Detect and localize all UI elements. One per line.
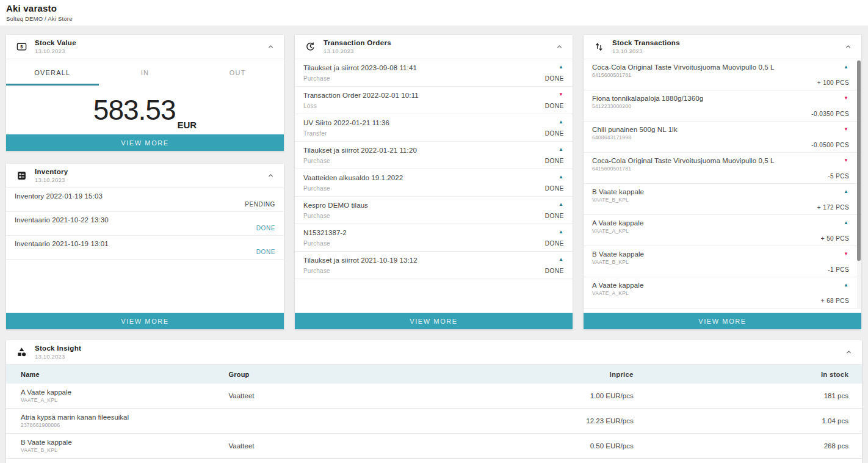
inventory-name: Inventory 2022-01-19 15:03 — [15, 192, 275, 200]
direction-triangle-icon — [844, 252, 848, 257]
column-header-inprice[interactable]: Inprice — [451, 371, 634, 378]
quantity-value: -5 PCS — [828, 173, 849, 180]
quantity-value: -1 PCS — [828, 266, 849, 273]
inprice-cell: 12.23 EUR/pcs — [451, 417, 634, 425]
product-code: 5412233000200 — [592, 103, 849, 109]
stock-value-currency: EUR — [178, 120, 197, 130]
page-title: Aki varasto — [6, 3, 868, 13]
direction-triangle-icon — [559, 92, 563, 97]
quantity-value: + 172 PCS — [817, 204, 849, 211]
inventory-name: Inventaario 2021-10-19 13:01 — [15, 240, 275, 247]
collapse-chevron-icon[interactable] — [844, 348, 853, 357]
transaction-order-row[interactable]: Kespro DEMO tilaus Purchase DONE — [295, 197, 573, 224]
inventory-list: Inventory 2022-01-19 15:03 PENDING Inven… — [6, 188, 284, 260]
collapse-chevron-icon[interactable] — [555, 42, 564, 51]
column-header-group[interactable]: Group — [229, 371, 452, 378]
stock-transaction-row[interactable]: Chili punainen 500g NL 1lk 6408643171998… — [584, 122, 861, 153]
column-header-name[interactable]: Name — [6, 371, 229, 378]
stock-transaction-row[interactable]: Coca-Cola Original Taste Virvoitusjuoma … — [584, 153, 861, 184]
column-header-in-stock[interactable]: In stock — [634, 371, 862, 378]
insight-table-row[interactable]: B Vaate kappale VAATE_B_KPL Vaatteet 0.5… — [6, 434, 862, 459]
transaction-order-row[interactable]: Vaatteiden alkusaldo 19.1.2022 Purchase … — [295, 169, 573, 197]
product-name: B Vaate kappale — [592, 250, 849, 258]
stock-transaction-row[interactable]: Fiona tonnikalapaloja 1880g/1360g 541223… — [584, 90, 861, 122]
order-type: Transfer — [303, 130, 327, 137]
transaction-order-row[interactable]: Tilaukset ja siirrot 2021-10-19 13:12 Pu… — [295, 252, 573, 279]
order-type: Purchase — [303, 268, 330, 274]
view-more-button[interactable]: VIEW MORE — [584, 313, 861, 329]
direction-triangle-icon — [844, 158, 848, 163]
status-badge: DONE — [545, 185, 564, 192]
collapse-chevron-icon[interactable] — [844, 42, 853, 51]
product-name: B Vaate kappale — [592, 188, 849, 195]
direction-triangle-icon — [559, 147, 563, 152]
breadcrumb[interactable]: Solteq DEMO / Aki Store — [6, 15, 868, 22]
status-badge: DONE — [545, 130, 564, 137]
insight-table-header: Name Group Inprice In stock — [6, 365, 862, 384]
tab-out[interactable]: OUT — [191, 59, 284, 86]
view-more-button[interactable]: VIEW MORE — [295, 313, 573, 329]
order-name: Transaction Order 2022-02-01 10:11 — [303, 92, 564, 99]
group-cell: Vaatteet — [229, 442, 452, 450]
stock-insight-header: Stock Insight 13.10.2023 — [6, 340, 862, 365]
collapse-chevron-icon[interactable] — [266, 42, 275, 51]
direction-triangle-icon — [844, 283, 848, 288]
stock-transactions-header: Stock Transactions 13.10.2023 — [584, 35, 861, 59]
card-title: Stock Insight — [35, 345, 81, 352]
status-badge: DONE — [256, 249, 275, 255]
in-stock-cell: 181 pcs — [634, 392, 862, 399]
insight-table-row[interactable]: A Vaate kappale VAATE_A_KPL Vaatteet 1.0… — [6, 384, 862, 409]
status-badge: DONE — [545, 268, 564, 274]
direction-triangle-icon — [559, 230, 563, 235]
history-update-icon — [305, 42, 316, 52]
direction-triangle-icon — [559, 120, 563, 125]
product-name: A Vaate kappale — [592, 219, 849, 227]
stock-transactions-list: Coca-Cola Original Taste Virvoitusjuoma … — [584, 59, 861, 308]
product-name: Coca-Cola Original Taste Virvoitusjuoma … — [592, 64, 849, 71]
status-badge: DONE — [545, 75, 564, 82]
product-code: 6415600501781 — [592, 72, 849, 78]
direction-triangle-icon — [559, 202, 563, 207]
order-type: Loss — [303, 103, 317, 109]
inprice-cell: 1.00 EUR/pcs — [451, 392, 634, 399]
in-stock-cell: 268 pcs — [634, 442, 862, 450]
scrollbar-track[interactable] — [857, 60, 861, 308]
scrollbar-thumb[interactable] — [857, 60, 861, 261]
direction-triangle-icon — [844, 127, 848, 132]
inventory-row[interactable]: Inventory 2022-01-19 15:03 PENDING — [6, 188, 284, 212]
inventory-row[interactable]: Inventaario 2021-10-19 13:01 DONE — [6, 236, 284, 260]
view-more-button[interactable]: VIEW MORE — [6, 134, 284, 151]
product-name: B Vaate kappale — [21, 439, 229, 446]
product-code: VAATE_B_KPL — [592, 259, 849, 265]
view-more-button[interactable]: VIEW MORE — [6, 313, 284, 329]
stock-transaction-row[interactable]: B Vaate kappale VAATE_B_KPL + 172 PCS — [584, 184, 861, 215]
insight-table-row[interactable]: Atria kypsä marin kanan fileesuikal 2378… — [6, 409, 862, 434]
transaction-order-row[interactable]: Tilaukset ja siirrot 2022-01-21 11:20 Pu… — [295, 142, 573, 169]
stock-transaction-row[interactable]: A Vaate kappale VAATE_A_KPL + 68 PCS — [584, 277, 861, 308]
tab-overall[interactable]: OVERALL — [6, 59, 99, 86]
product-name: Chili punainen 500g NL 1lk — [592, 126, 849, 133]
card-stock-transactions: Stock Transactions 13.10.2023 Coca-Cola … — [584, 35, 861, 329]
order-name: Tilaukset ja siirrot 2022-01-21 11:20 — [303, 147, 564, 154]
status-badge: DONE — [545, 213, 564, 219]
banknote-icon: $ — [16, 42, 27, 52]
stock-transaction-row[interactable]: A Vaate kappale VAATE_A_KPL + 50 PCS — [584, 215, 861, 246]
transaction-order-row[interactable]: Transaction Order 2022-02-01 10:11 Loss … — [295, 87, 573, 114]
stock-transaction-row[interactable]: B Vaate kappale VAATE_B_KPL -1 PCS — [584, 246, 861, 277]
product-code: VAATE_B_KPL — [21, 447, 229, 453]
transaction-order-row[interactable]: N15321387-2 Purchase DONE — [295, 224, 573, 252]
inventory-row[interactable]: Inventaario 2021-10-22 13:30 DONE — [6, 212, 284, 236]
status-badge: PENDING — [245, 201, 275, 208]
stock-value-amount: 583.53 — [93, 96, 176, 124]
card-date: 13.10.2023 — [324, 48, 391, 54]
stock-transaction-row[interactable]: Coca-Cola Original Taste Virvoitusjuoma … — [584, 59, 861, 90]
card-date: 13.10.2023 — [35, 353, 81, 360]
transaction-order-row[interactable]: UV Siirto 2022-01-21 11:36 Transfer DONE — [295, 114, 573, 142]
tab-in[interactable]: IN — [99, 59, 192, 86]
collapse-chevron-icon[interactable] — [266, 171, 275, 180]
order-name: UV Siirto 2022-01-21 11:36 — [303, 119, 564, 126]
transaction-order-row[interactable]: Tilaukset ja siirrot 2023-09-08 11:41 Pu… — [295, 59, 573, 87]
status-badge: DONE — [545, 103, 564, 109]
order-name: N15321387-2 — [303, 229, 564, 236]
stock-value-header: $ Stock Value 13.10.2023 — [6, 35, 284, 59]
